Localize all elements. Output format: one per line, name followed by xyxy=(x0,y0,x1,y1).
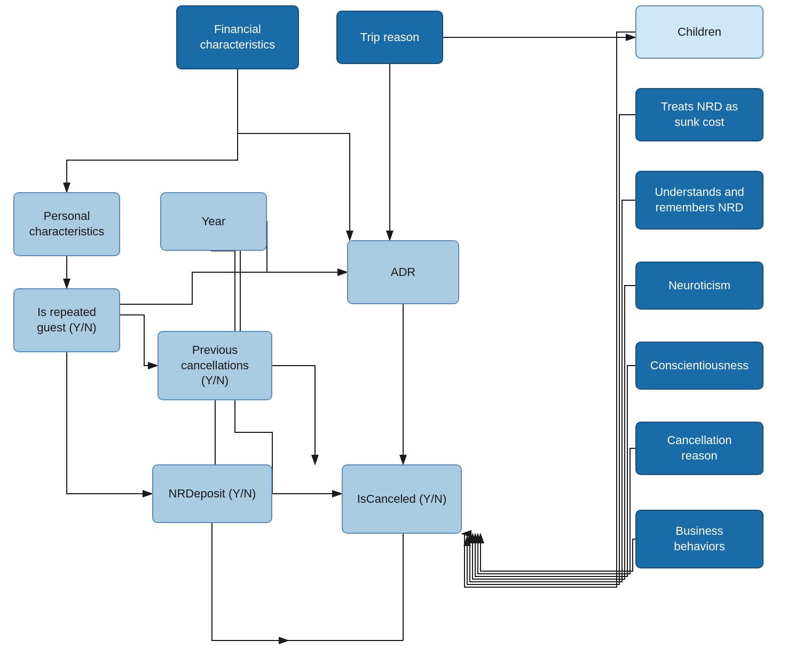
node-conscientiousness: Conscientiousness xyxy=(635,342,764,390)
node-children: Children xyxy=(635,5,764,59)
node-prev_cancel: Previouscancellations(Y/N) xyxy=(158,331,272,400)
node-neuroticism: Neuroticism xyxy=(635,262,764,310)
node-financial: Financialcharacteristics xyxy=(176,5,299,69)
diagram-container: FinancialcharacteristicsTrip reasonChild… xyxy=(0,0,787,672)
node-year: Year xyxy=(160,192,267,251)
node-cancel_reason: Cancellationreason xyxy=(635,422,764,475)
node-iscanceled: IsCanceled (Y/N) xyxy=(342,464,462,534)
node-adr: ADR xyxy=(347,240,459,304)
node-personal: Personalcharacteristics xyxy=(13,192,120,256)
node-understands: Understands andremembers NRD xyxy=(635,171,764,230)
node-trip_reason: Trip reason xyxy=(336,11,443,64)
node-is_repeated: Is repeatedguest (Y/N) xyxy=(13,288,120,352)
node-business: Businessbehaviors xyxy=(635,510,764,568)
node-treats_nrd: Treats NRD assunk cost xyxy=(635,88,764,141)
node-nrdeposit: NRDeposit (Y/N) xyxy=(152,464,272,523)
